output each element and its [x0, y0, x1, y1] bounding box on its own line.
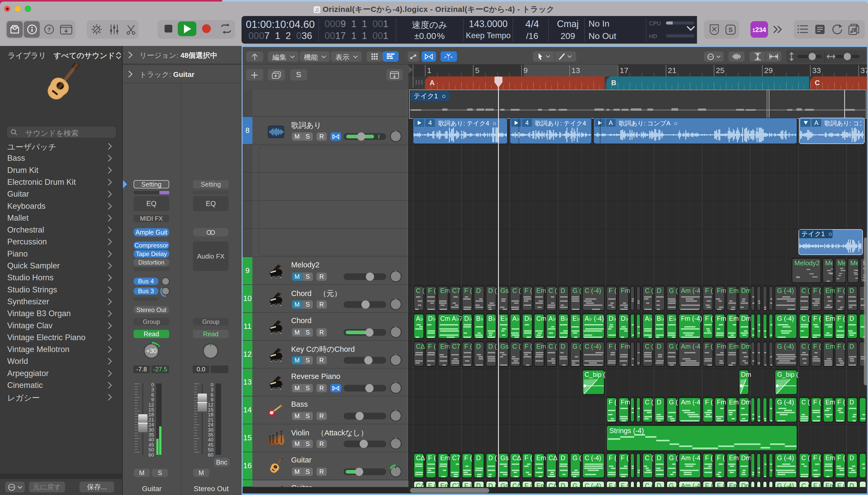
svg-text:?: ?	[47, 26, 51, 33]
svg-text:S: S	[728, 26, 733, 33]
